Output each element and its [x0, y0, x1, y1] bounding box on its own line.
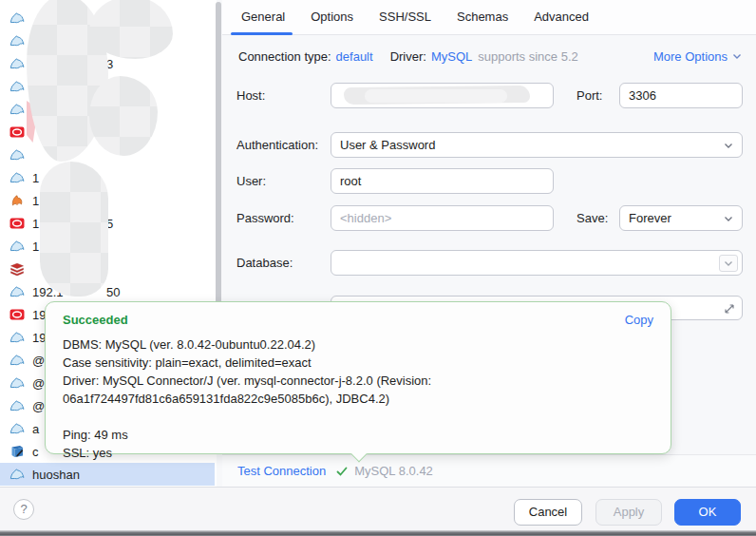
dialog-footer: ? Cancel Apply OK [0, 487, 756, 530]
host-label: Host: [236, 83, 265, 108]
expand-editor-icon[interactable] [724, 303, 735, 315]
connection-type-value-link[interactable]: default [336, 49, 373, 64]
data-sources-dialog: 3 [0, 0, 756, 536]
popup-body: DBMS: MySQL (ver. 8.0.42-0ubuntu0.22.04.… [63, 335, 653, 462]
popup-text-line [63, 408, 653, 426]
mysql-icon [9, 79, 25, 94]
datasource-name-fragment: 1 [32, 171, 39, 185]
authentication-row: Authentication: User & Password [222, 132, 756, 158]
ok-button[interactable]: OK [674, 499, 741, 526]
copy-link[interactable]: Copy [625, 313, 653, 327]
save-value: Forever [629, 211, 723, 225]
redis-icon [9, 261, 25, 277]
cancel-button[interactable]: Cancel [514, 499, 582, 526]
settings-tab[interactable]: Options [311, 0, 353, 35]
help-button[interactable]: ? [13, 499, 34, 520]
database-dropdown-button[interactable] [719, 255, 738, 272]
mysql-icon [9, 353, 25, 368]
datasource-name-fragment: 1 [32, 217, 39, 231]
popup-text-line: 06a1f724497fd81c6a659131fda822c9e5085b6c… [63, 390, 653, 408]
datasource-name-fragment: c [32, 445, 39, 459]
chevron-down-icon [723, 213, 734, 224]
datasource-list-item[interactable]: huoshan [0, 463, 215, 486]
popup-text-line: DBMS: MySQL (ver. 8.0.42-0ubuntu0.22.04.… [63, 335, 653, 354]
window-bottom-edge [0, 530, 756, 536]
port-input[interactable] [619, 83, 743, 108]
datasource-name-fragment: 1 [32, 194, 39, 208]
settings-tabs: General Options SSH/SSL Schemas Advanced [222, 0, 756, 35]
test-connection-link[interactable]: Test Connection [237, 464, 326, 478]
mysql-icon [9, 102, 25, 117]
datasource-name-suffix-fragment: 50 [106, 285, 120, 299]
tab-label: General [241, 10, 285, 24]
popup-header: Succeeded Copy [63, 313, 653, 327]
datasource-list-item[interactable]: 1 [0, 166, 215, 189]
database-label: Database: [236, 250, 293, 276]
chevron-down-icon [723, 258, 734, 269]
save-select[interactable]: Forever [619, 205, 743, 231]
mysql-icon [9, 467, 25, 482]
database-row: Database: [222, 250, 756, 276]
generic-orange-icon [9, 193, 25, 208]
success-check-icon [335, 465, 349, 478]
port-label: Port: [576, 83, 602, 108]
tab-label: SSH/SSL [379, 10, 431, 24]
mysql-icon [9, 33, 25, 48]
driver-value-link[interactable]: MySQL [431, 49, 472, 64]
settings-tab[interactable]: Schemas [457, 0, 508, 35]
mysql-icon [9, 398, 25, 413]
mysql-icon [9, 56, 25, 71]
redaction-mosaic [89, 0, 173, 59]
datasource-name-fragment: huoshan [32, 468, 80, 482]
authentication-select[interactable]: User & Password [331, 132, 743, 158]
authentication-label: Authentication: [236, 132, 318, 158]
tab-label: Schemas [457, 10, 508, 24]
popup-text-line: Ping: 49 ms [63, 426, 653, 444]
mysql-icon [9, 375, 25, 391]
datasource-name-fragment: @ [32, 376, 45, 391]
settings-tab[interactable]: Advanced [534, 0, 589, 35]
connection-type-label: Connection type: [238, 49, 331, 64]
apply-button[interactable]: Apply [595, 499, 662, 526]
mysql-icon [9, 170, 25, 185]
save-label: Save: [576, 205, 608, 231]
driver-support-note: supports since 5.2 [478, 49, 578, 64]
connection-type-bar: Connection type: default Driver: MySQL s… [238, 46, 743, 67]
database-combobox[interactable] [331, 250, 743, 276]
password-input[interactable] [331, 205, 554, 231]
mysql-icon [9, 421, 25, 436]
chevron-down-icon [731, 50, 743, 62]
authentication-value: User & Password [340, 138, 723, 152]
server-version-text: MySQL 8.0.42 [354, 464, 433, 478]
password-row: Password: Save: Forever [222, 205, 756, 231]
settings-tab[interactable]: General [241, 0, 285, 35]
datasource-name-fragment: a [32, 422, 39, 436]
more-options-label: More Options [653, 49, 728, 64]
chevron-down-icon [723, 140, 734, 151]
mysql-icon [9, 330, 25, 345]
notebook-icon [9, 444, 25, 459]
user-row: User: [222, 168, 756, 194]
oracle-icon [9, 307, 25, 322]
mysql-icon [9, 284, 25, 299]
password-label: Password: [236, 205, 294, 231]
user-input[interactable] [331, 168, 554, 194]
oracle-icon [9, 124, 25, 140]
datasource-name-fragment: 1 [32, 239, 39, 254]
more-options-link[interactable]: More Options [653, 49, 743, 64]
settings-tab[interactable]: SSH/SSL [379, 0, 431, 35]
datasource-list-item[interactable]: 192.1 50 [0, 280, 215, 303]
tab-label: Options [311, 10, 353, 24]
mysql-icon [9, 147, 25, 163]
popup-title: Succeeded [63, 313, 128, 327]
user-label: User: [236, 168, 266, 194]
redaction-mosaic [40, 162, 108, 297]
tab-label: Advanced [534, 10, 589, 24]
redacted-host-scribble [365, 89, 507, 103]
driver-label: Driver: [390, 49, 426, 64]
connection-result-popup: Succeeded Copy DBMS: MySQL (ver. 8.0.42-… [45, 301, 671, 454]
datasource-name-fragment: @ [32, 354, 45, 368]
popup-text-line: Case sensitivity: plain=exact, delimited… [63, 354, 653, 372]
datasource-name-fragment: @ [32, 399, 45, 413]
mysql-icon [9, 10, 25, 26]
